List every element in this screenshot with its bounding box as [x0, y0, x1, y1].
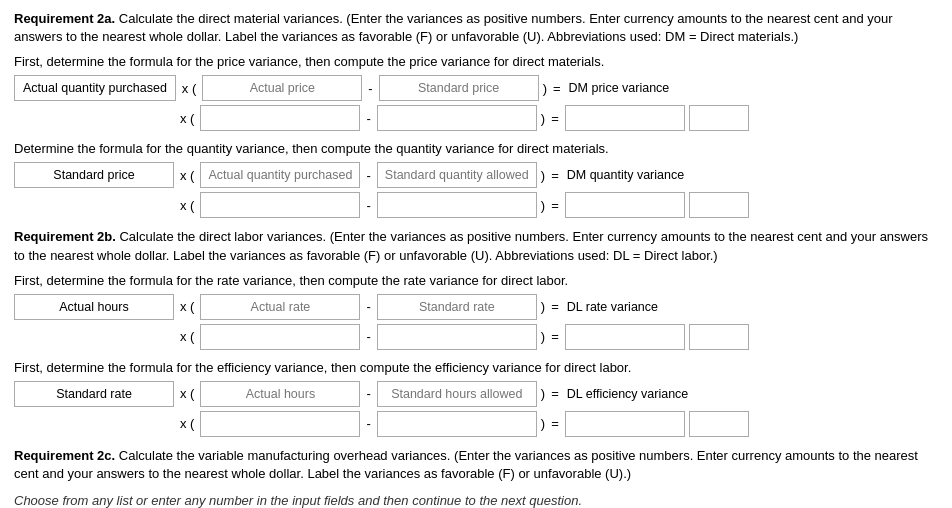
qty2-op2: -: [364, 198, 372, 213]
standard-price-label: Standard price: [14, 162, 174, 188]
qty-formula-row1: Standard price x ( - ) = DM quantity var…: [14, 162, 938, 188]
actual-qty-value-input[interactable]: [200, 192, 360, 218]
req2a-block: Requirement 2a. Calculate the direct mat…: [14, 10, 938, 218]
rate-section-label: First, determine the formula for the rat…: [14, 273, 938, 288]
price2-paren: ): [541, 111, 545, 126]
eff-formula-row1: Standard rate x ( - ) = DL efficiency va…: [14, 381, 938, 407]
dm-price-result-input[interactable]: [565, 105, 685, 131]
req2b-bold: Requirement 2b.: [14, 229, 116, 244]
standard-price-value-input[interactable]: [377, 105, 537, 131]
req2c-block: Requirement 2c. Calculate the variable m…: [14, 447, 938, 483]
eff-paren1: ): [541, 386, 545, 401]
eff2-op1: x (: [178, 416, 196, 431]
qty-value-row2: x ( - ) =: [14, 192, 938, 218]
actual-rate-value-input[interactable]: [200, 324, 360, 350]
qty-empty-label: [14, 192, 174, 218]
qty2-paren: ): [541, 198, 545, 213]
standard-price-input[interactable]: [379, 75, 539, 101]
qty-paren1: ): [541, 168, 545, 183]
price-section-label: First, determine the formula for the pri…: [14, 54, 938, 69]
dm-qty-variance-label: DM quantity variance: [567, 168, 684, 182]
std-rate-value-input[interactable]: [377, 324, 537, 350]
qty-op1: x (: [178, 168, 196, 183]
price-empty-label: [14, 105, 174, 131]
actual-price-value-input[interactable]: [200, 105, 360, 131]
actual-qty-purchased-label: Actual quantity purchased: [14, 75, 176, 101]
actual-rate-formula-input[interactable]: [200, 294, 360, 320]
dl-rate-fav-input[interactable]: [689, 324, 749, 350]
actual-hours-eff-value-input[interactable]: [200, 411, 360, 437]
eff-op2: -: [364, 386, 372, 401]
price-op1: x (: [180, 81, 198, 96]
std-hours-value-input[interactable]: [377, 411, 537, 437]
eff-op1: x (: [178, 386, 196, 401]
eff2-paren: ): [541, 416, 545, 431]
req2b-rest: Calculate the direct labor variances. (E…: [14, 229, 928, 262]
dm-price-variance-label: DM price variance: [569, 81, 670, 95]
req2a-rest: Calculate the direct material variances.…: [14, 11, 893, 44]
qty-op2: -: [364, 168, 372, 183]
price-eq1: =: [551, 81, 563, 96]
eff2-eq: =: [549, 416, 561, 431]
dl-eff-variance-label: DL efficiency variance: [567, 387, 689, 401]
req2c-description: Requirement 2c. Calculate the variable m…: [14, 447, 938, 483]
rate-eq1: =: [549, 299, 561, 314]
bottom-hint: Choose from any list or enter any number…: [14, 493, 938, 508]
actual-price-input[interactable]: [202, 75, 362, 101]
qty-section-label: Determine the formula for the quantity v…: [14, 141, 938, 156]
std-qty-value-input[interactable]: [377, 192, 537, 218]
dl-eff-result-input[interactable]: [565, 411, 685, 437]
qty2-op1: x (: [178, 198, 196, 213]
price2-op2: -: [364, 111, 372, 126]
dm-price-fav-input[interactable]: [689, 105, 749, 131]
rate2-paren: ): [541, 329, 545, 344]
req2a-description: Requirement 2a. Calculate the direct mat…: [14, 10, 938, 46]
eff2-op2: -: [364, 416, 372, 431]
qty-eq1: =: [549, 168, 561, 183]
dl-eff-fav-input[interactable]: [689, 411, 749, 437]
rate-empty-label: [14, 324, 174, 350]
rate2-op1: x (: [178, 329, 196, 344]
rate-paren1: ): [541, 299, 545, 314]
price-value-row2: x ( - ) =: [14, 105, 938, 131]
rate-formula-row1: Actual hours x ( - ) = DL rate variance: [14, 294, 938, 320]
std-qty-allowed-formula-input[interactable]: [377, 162, 537, 188]
rate-op1: x (: [178, 299, 196, 314]
dm-qty-fav-input[interactable]: [689, 192, 749, 218]
req2c-rest: Calculate the variable manufacturing ove…: [14, 448, 918, 481]
standard-rate-eff-label: Standard rate: [14, 381, 174, 407]
dl-rate-result-input[interactable]: [565, 324, 685, 350]
qty2-eq: =: [549, 198, 561, 213]
dl-rate-variance-label: DL rate variance: [567, 300, 658, 314]
eff-section-label: First, determine the formula for the eff…: [14, 360, 938, 375]
price2-eq: =: [549, 111, 561, 126]
req2b-block: Requirement 2b. Calculate the direct lab…: [14, 228, 938, 436]
std-rate-formula-input[interactable]: [377, 294, 537, 320]
rate2-eq: =: [549, 329, 561, 344]
eff-eq1: =: [549, 386, 561, 401]
rate-op2: -: [364, 299, 372, 314]
req2b-description: Requirement 2b. Calculate the direct lab…: [14, 228, 938, 264]
eff-value-row2: x ( - ) =: [14, 411, 938, 437]
price-formula-row1: Actual quantity purchased x ( - ) = DM p…: [14, 75, 938, 101]
std-hours-allowed-formula-input[interactable]: [377, 381, 537, 407]
eff-empty-label: [14, 411, 174, 437]
req2a-bold: Requirement 2a.: [14, 11, 115, 26]
actual-qty-formula-input[interactable]: [200, 162, 360, 188]
dm-qty-result-input[interactable]: [565, 192, 685, 218]
rate2-op2: -: [364, 329, 372, 344]
price2-op1: x (: [178, 111, 196, 126]
rate-value-row2: x ( - ) =: [14, 324, 938, 350]
actual-hours-eff-formula-input[interactable]: [200, 381, 360, 407]
actual-hours-label: Actual hours: [14, 294, 174, 320]
req2c-bold: Requirement 2c.: [14, 448, 115, 463]
price-paren1: ): [543, 81, 547, 96]
price-op2: -: [366, 81, 374, 96]
